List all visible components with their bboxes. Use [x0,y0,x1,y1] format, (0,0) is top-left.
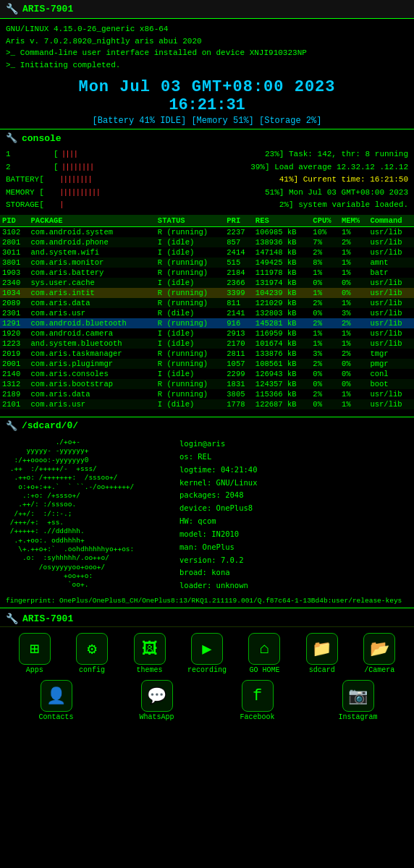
dock-item-go-home[interactable]: ⌂ GO HOME [242,633,286,674]
cell-mem: 0% [339,288,368,298]
dock-item-sdcard[interactable]: 📁 sdcard [300,633,344,674]
console-row-battery: BATTERY[ |||||||| 41%] Current time: 16:… [6,174,408,187]
dock-item-instagram[interactable]: 📷 Instagram [337,680,380,721]
dock-icon-recording: ▶ [191,633,223,665]
console-header: 🔧 console [0,129,414,147]
dock-item-themes[interactable]: 🖼 themes [128,633,172,674]
cell-pri: 3399 [224,288,253,298]
cell-pri: 1057 [224,359,253,369]
cell-status: R (running) [156,349,224,359]
console-stat-storage: 2%] system variable loaded. [279,199,408,212]
cell-status: I (idle) [156,237,224,247]
cell-cmd: boot [368,379,414,389]
sdcard-label: /sdcard/0/ [22,420,78,431]
cell-pri: 2237 [224,226,253,237]
cell-status: R (running) [156,318,224,328]
cell-status: R (running) [156,389,224,399]
cell-pri: 2141 [224,308,253,318]
cell-package: com.aris.taskmanager [29,349,156,359]
cell-cpu: 0% [310,278,339,288]
dock-item-contacts[interactable]: 👤 Contacts [35,680,78,721]
cell-cpu: 2% [310,318,339,328]
cell-mem: 1% [339,258,368,268]
cell-mem: 1% [339,226,368,237]
cell-status: R (dile) [156,308,224,318]
process-table: PID PACKAGE STATUS PRI RES CPU% MEM% Com… [0,215,414,409]
cell-cpu: 1% [310,268,339,278]
cell-pid: 3801 [0,258,29,268]
cell-pid: 2101 [0,399,29,409]
sdcard-grid: ./+o+- yyyyy- -yyyyyy+ :/++oooo:-yyyyyyy… [6,438,408,592]
console-row-storage: STORAGE[ | 2%] system variable loaded. [6,199,408,212]
cell-status: R (running) [156,359,224,369]
cell-package: com.aris.pluginmgr [29,359,156,369]
cell-status: R (running) [156,288,224,298]
dock-icon-apps: ⊞ [19,633,51,665]
cell-pri: 515 [224,258,253,268]
dock-item-camera[interactable]: 📂 /Camera [358,633,401,674]
cell-package: com.aris.usr [29,399,156,409]
cell-package: com.android.camera [29,328,156,339]
cell-res: 149425 kB [253,258,310,268]
cell-cpu: 0% [310,308,339,318]
table-row: 1903 com.aris.battery R (running) 2184 1… [0,268,414,278]
cell-res: 132803 kB [253,308,310,318]
cell-cmd: amnt [368,258,414,268]
cell-res: 121029 kB [253,298,310,308]
console-label: console [22,133,62,144]
dock-label-themes: themes [137,666,163,674]
cell-mem: 1% [339,399,368,409]
dock-icon-config: ⚙ [76,633,108,665]
clock-date: Mon Jul 03 GMT+08:00 2023 [0,78,414,96]
dock-icon-sdcard: 📁 [306,633,338,665]
table-row: 2340 sys.user.cache I (idle) 2366 131974… [0,278,414,288]
console-stat-memory: 51%] Mon Jul 03 GMT+08:00 2023 [265,187,408,200]
cell-pri: 2414 [224,247,253,258]
bottom-title-text: ARIS-7901 [22,613,73,624]
cell-pid: 1223 [0,339,29,349]
console-label-storage: STORAGE[ [6,199,56,212]
cell-res: 115366 kB [253,389,310,399]
clock-stats: [Battery 41% IDLE] [Memory 51%] [Storage… [0,116,414,126]
cell-cmd: usr/lib [368,278,414,288]
console-icon: 🔧 [6,132,17,144]
dock-label-contacts: Contacts [38,713,73,721]
dock-item-facebook[interactable]: f Facebook [236,680,279,721]
top-info: GNU/LINUX 4.15.0-26_generic x86-64 Aris … [0,19,414,74]
table-row: 2001 com.aris.pluginmgr R (running) 1057… [0,359,414,369]
cell-cmd: usr/lib [368,308,414,318]
dock-icon-instagram: 📷 [342,680,374,712]
table-row: 3011 and.system.wifi I (idle) 2414 14714… [0,247,414,258]
cell-cmd: usr/lib [368,288,414,298]
dock-label-whatsapp: WhatsApp [139,713,174,721]
ascii-art: ./+o+- yyyyy- -yyyyyy+ :/++oooo:-yyyyyyy… [6,438,165,592]
cell-cmd: usr/lib [368,328,414,339]
cell-pri: 3805 [224,389,253,399]
cell-pid: 2801 [0,237,29,247]
cell-mem: 2% [339,349,368,359]
cell-pid: 2301 [0,308,29,318]
dock-item-config[interactable]: ⚙ config [70,633,114,674]
console-row-2: 2 [ |||||||| 39%] Load average 12.32.12 … [6,161,408,174]
col-status: STATUS [156,215,224,227]
dock-icon-themes: 🖼 [134,633,166,665]
dock-item-whatsapp[interactable]: 💬 WhatsApp [135,680,179,721]
cell-cmd: usr/lib [368,318,414,328]
cell-pid: 2340 [0,278,29,288]
cell-mem: 2% [339,237,368,247]
table-row: 1034 com.aris.intit R (running) 3399 104… [0,288,414,298]
dock-label-go-home: GO HOME [249,666,279,674]
cell-mem: 0% [339,369,368,379]
console-bar-storage: | [59,199,64,212]
dock-item-apps[interactable]: ⊞ Apps [13,633,56,674]
sdcard-header: 🔧 /sdcard/0/ [0,417,414,435]
table-row: 2089 com.aris.data R (running) 811 12102… [0,298,414,308]
cell-pri: 1831 [224,379,253,389]
cell-pri: 2811 [224,349,253,359]
cell-res: 131974 kB [253,278,310,288]
dock-item-recording[interactable]: ▶ recording [185,633,229,674]
cell-res: 138936 kB [253,237,310,247]
cell-cpu: 1% [310,328,339,339]
table-row: 1920 com.android.camera I (idle) 2913 11… [0,328,414,339]
cell-cmd: usr/lib [368,226,414,237]
